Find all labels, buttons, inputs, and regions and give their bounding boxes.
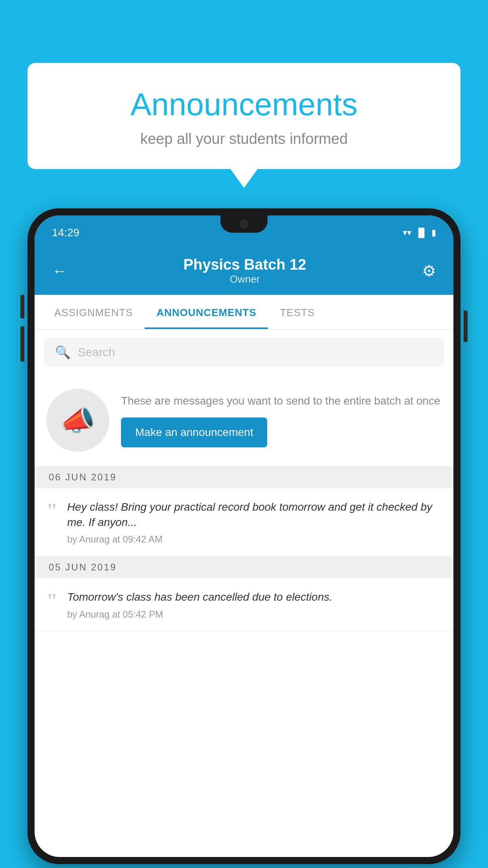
power-button	[464, 311, 468, 342]
header-title: Physics Batch 12	[183, 256, 306, 273]
header-center: Physics Batch 12 Owner	[183, 256, 306, 285]
tabs-bar: ASSIGNMENTS ANNOUNCEMENTS TESTS	[35, 295, 453, 330]
make-announcement-button[interactable]: Make an announcement	[121, 417, 267, 447]
camera	[239, 219, 249, 229]
announcement-text-1: Hey class! Bring your practical record b…	[67, 499, 442, 530]
status-bar: 14:29 ▾▾ ▐▌ ▮	[35, 215, 453, 250]
status-icons: ▾▾ ▐▌ ▮	[403, 228, 436, 238]
phone-screen: 14:29 ▾▾ ▐▌ ▮ ← Physics Batch 12 Owner ⚙…	[35, 215, 453, 857]
volume-up-button	[20, 295, 24, 318]
search-container: 🔍 Search	[35, 330, 453, 375]
announcement-meta-1: by Anurag at 09:42 AM	[67, 534, 442, 545]
tab-announcements[interactable]: ANNOUNCEMENTS	[145, 295, 268, 329]
megaphone-circle: 📣	[46, 389, 109, 452]
bubble-title: Announcements	[43, 86, 445, 123]
settings-icon[interactable]: ⚙	[422, 262, 436, 280]
bubble-subtitle: keep all your students informed	[43, 131, 445, 147]
app-header: ← Physics Batch 12 Owner ⚙	[35, 250, 453, 295]
signal-icon: ▐▌	[415, 228, 427, 238]
tab-assignments[interactable]: ASSIGNMENTS	[42, 295, 145, 329]
quote-icon-2: "	[46, 591, 58, 611]
announcement-content-2: Tomorrow's class has been cancelled due …	[67, 589, 442, 620]
search-icon: 🔍	[55, 345, 71, 360]
search-input[interactable]: Search	[78, 346, 115, 359]
announcement-meta-2: by Anurag at 05:42 PM	[67, 609, 442, 620]
phone-frame: 14:29 ▾▾ ▐▌ ▮ ← Physics Batch 12 Owner ⚙…	[28, 208, 460, 864]
announcement-item-1[interactable]: " Hey class! Bring your practical record…	[35, 488, 453, 556]
battery-icon: ▮	[431, 228, 436, 238]
header-subtitle: Owner	[183, 273, 306, 285]
tab-tests[interactable]: TESTS	[268, 295, 327, 329]
date-separator-1: 06 JUN 2019	[35, 466, 453, 488]
speech-bubble: Announcements keep all your students inf…	[28, 63, 460, 169]
speech-bubble-container: Announcements keep all your students inf…	[28, 63, 460, 169]
quote-icon: "	[46, 501, 58, 521]
announcement-content-1: Hey class! Bring your practical record b…	[67, 499, 442, 545]
megaphone-icon: 📣	[60, 404, 95, 437]
announcement-text-2: Tomorrow's class has been cancelled due …	[67, 589, 442, 605]
back-button[interactable]: ←	[52, 262, 68, 280]
search-bar[interactable]: 🔍 Search	[44, 338, 444, 367]
status-time: 14:29	[52, 226, 79, 239]
prompt-description: These are messages you want to send to t…	[121, 393, 442, 409]
volume-down-button	[20, 326, 24, 362]
announcement-prompt: 📣 These are messages you want to send to…	[35, 375, 453, 466]
prompt-right: These are messages you want to send to t…	[121, 393, 442, 448]
date-separator-2: 05 JUN 2019	[35, 556, 453, 578]
announcement-item-2[interactable]: " Tomorrow's class has been cancelled du…	[35, 578, 453, 631]
notch	[220, 215, 268, 233]
wifi-icon: ▾▾	[403, 228, 411, 238]
